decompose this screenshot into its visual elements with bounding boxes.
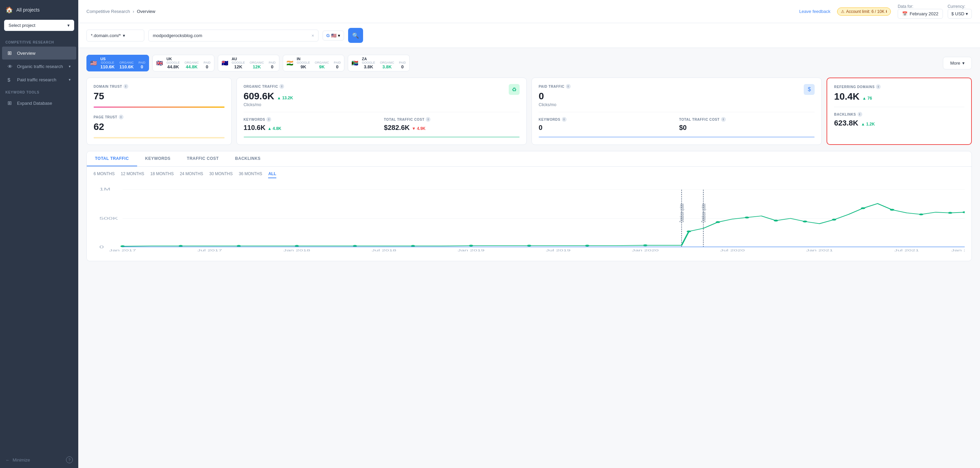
- sidebar-item-organic[interactable]: 👁 Organic traffic research ▾: [2, 60, 76, 73]
- referring-info-icon[interactable]: i: [876, 84, 881, 89]
- time-tab-36m[interactable]: 36 MONTHS: [239, 171, 262, 178]
- cost-info-icon[interactable]: i: [426, 117, 430, 122]
- paid-top-section: PAID TRAFFIC i 0 Clicks/mo: [539, 84, 571, 107]
- country-tab-in[interactable]: 🇮🇳 IN GOOGLE 9K ORGANIC 9K PAID: [283, 55, 344, 71]
- keywords-info-icon[interactable]: i: [266, 117, 271, 122]
- dot-3: [237, 245, 241, 247]
- chart-tab-total-traffic[interactable]: TOTAL TRAFFIC: [87, 151, 137, 166]
- organic-cost-section: TOTAL TRAFFIC COST i $282.6K ▼ 4.9K: [384, 117, 520, 132]
- sidebar-item-paid[interactable]: $ Paid traffic research ▾: [2, 73, 76, 86]
- za-organic-stat: ORGANIC 3.8K: [380, 61, 394, 70]
- sidebar-item-expand[interactable]: ⊞ Expand Database: [2, 97, 76, 109]
- referring-value: 10.4K: [834, 91, 859, 102]
- dot-16: [832, 219, 837, 221]
- search-engine-selector[interactable]: G 🇺🇸 ▾: [323, 31, 344, 40]
- domain-trust-label: DOMAIN TRUST i: [94, 84, 224, 89]
- domain-pattern-select[interactable]: *.domain.com/* ▾: [86, 30, 144, 41]
- organic-top-section: ORGANIC TRAFFIC i 609.6K ▲ 13.2K Clicks/…: [243, 84, 293, 107]
- dot-7: [469, 244, 473, 246]
- domain-trust-info-icon[interactable]: i: [124, 84, 128, 89]
- dot-15: [803, 221, 807, 222]
- search-bar: *.domain.com/* ▾ × G 🇺🇸 ▾ 🔍: [78, 23, 980, 48]
- chart-tab-traffic-cost[interactable]: TRAFFIC COST: [179, 151, 227, 166]
- us-organic-stat: ORGANIC 110.6K: [119, 61, 134, 70]
- search-input[interactable]: [153, 33, 309, 38]
- time-tab-6m[interactable]: 6 MONTHS: [94, 171, 115, 178]
- au-paid-value: 0: [271, 64, 273, 70]
- minimize-label: Minimize: [13, 457, 30, 463]
- currency-picker[interactable]: $ USD ▾: [948, 9, 972, 19]
- domain-pattern-value: *.domain.com/*: [91, 33, 121, 38]
- au-stats-row: GOOGLE 12K ORGANIC 12K PAID 0: [232, 61, 275, 70]
- sidebar-footer[interactable]: ← Minimize ?: [0, 452, 78, 468]
- content-area: 🇺🇸 US GOOGLE 110.6K ORGANIC 110.6K: [78, 48, 980, 468]
- country-tab-au[interactable]: 🇦🇺 AU GOOGLE 12K ORGANIC 12K PAID: [218, 55, 279, 71]
- currency-label: Currency:: [948, 4, 972, 9]
- country-tab-uk[interactable]: 🇬🇧 UK GOOGLE 44.8K ORGANIC 44.8K: [153, 55, 214, 71]
- cost-change: ▼ 4.9K: [412, 126, 426, 131]
- time-tab-all[interactable]: ALL: [268, 171, 276, 178]
- uk-google-value: 44.8K: [167, 64, 179, 70]
- paid-kw-info-icon[interactable]: i: [562, 117, 566, 122]
- organic-traffic-line: [123, 204, 965, 246]
- more-button[interactable]: More ▾: [943, 57, 972, 70]
- cost-value-row: $282.6K ▼ 4.9K: [384, 124, 520, 132]
- chart-tab-backlinks[interactable]: BACKLINKS: [227, 151, 269, 166]
- date-picker[interactable]: 📅 February 2022: [898, 9, 943, 19]
- x-jan2020: Jan 2020: [632, 249, 659, 252]
- time-tab-24m[interactable]: 24 MONTHS: [180, 171, 203, 178]
- backlinks-info-icon[interactable]: i: [858, 112, 862, 117]
- y-label-1m: 1M: [99, 187, 111, 191]
- paid-info-icon[interactable]: i: [566, 84, 571, 89]
- clear-icon[interactable]: ×: [311, 33, 314, 38]
- organic-cost-label: TOTAL TRAFFIC COST i: [384, 117, 520, 122]
- project-select[interactable]: Select project ▾: [4, 20, 74, 31]
- country-tab-za[interactable]: 🇿🇦 ZA GOOGLE 3.8K ORGANIC 3.8K PA: [348, 55, 409, 71]
- time-tab-12m[interactable]: 12 MONTHS: [121, 171, 144, 178]
- country-tabs: 🇺🇸 US GOOGLE 110.6K ORGANIC 110.6K: [86, 55, 972, 71]
- topbar-right: Leave feedback ⚠ Account limit: 6 / 10K …: [799, 4, 972, 19]
- paid-keywords-label: KEYWORDS i: [539, 117, 675, 122]
- us-tab-info: US GOOGLE 110.6K ORGANIC 110.6K PAID 0: [100, 55, 149, 71]
- za-organic-label: ORGANIC: [380, 61, 394, 64]
- organic-keywords-section: KEYWORDS i 110.6K ▲ 4.8K: [243, 117, 379, 132]
- dot-19: [919, 214, 924, 215]
- organic-info-icon[interactable]: i: [279, 84, 284, 89]
- domain-trust-card: DOMAIN TRUST i 75 PAGE TRUST i 62: [86, 78, 232, 145]
- us-flag: 🇺🇸: [87, 57, 100, 69]
- sidebar-header[interactable]: 🏠 All projects: [0, 0, 78, 20]
- db-label-1: Database update: [679, 203, 685, 222]
- uk-paid-value: 0: [206, 64, 208, 70]
- in-organic-value: 9K: [319, 64, 325, 70]
- za-google-value: 3.8K: [364, 64, 373, 70]
- project-select-label: Select project: [8, 23, 35, 28]
- time-range-tabs: 6 MONTHS 12 MONTHS 18 MONTHS 24 MONTHS 3…: [87, 167, 972, 182]
- calendar-icon: 📅: [902, 11, 907, 16]
- help-icon[interactable]: ?: [66, 457, 73, 463]
- za-google-label: GOOGLE: [362, 61, 375, 64]
- in-organic-stat: ORGANIC 9K: [315, 61, 329, 70]
- x-jul2020: Jul 2020: [720, 249, 745, 252]
- paid-cost-info-icon[interactable]: i: [721, 117, 726, 122]
- keyword-tools-section: Keyword Tools: [0, 86, 78, 96]
- dot-4: [295, 245, 299, 247]
- in-google-value: 9K: [301, 64, 306, 70]
- us-paid-value: 0: [140, 64, 143, 70]
- country-tab-us[interactable]: 🇺🇸 US GOOGLE 110.6K ORGANIC 110.6K: [86, 55, 149, 71]
- time-tab-18m[interactable]: 18 MONTHS: [150, 171, 174, 178]
- search-input-wrapper: ×: [148, 30, 318, 41]
- search-button[interactable]: 🔍: [348, 28, 363, 43]
- page-trust-info-icon[interactable]: i: [119, 114, 124, 119]
- za-code: ZA: [362, 57, 406, 61]
- breadcrumb-parent[interactable]: Competitive Research: [86, 9, 130, 14]
- chart-container: 1M 500K 0 Database update Database updat…: [87, 182, 972, 261]
- au-organic-value: 12K: [253, 64, 261, 70]
- uk-paid-label: PAID: [204, 61, 210, 64]
- sidebar-item-overview[interactable]: ⊞ Overview: [2, 47, 76, 60]
- au-google-value: 12K: [234, 64, 242, 70]
- time-tab-30m[interactable]: 30 MONTHS: [209, 171, 233, 178]
- au-organic-label: ORGANIC: [250, 61, 264, 64]
- leave-feedback-link[interactable]: Leave feedback: [799, 9, 830, 14]
- chart-tab-keywords[interactable]: KEYWORDS: [137, 151, 179, 166]
- data-for-label: Data for:: [898, 4, 943, 9]
